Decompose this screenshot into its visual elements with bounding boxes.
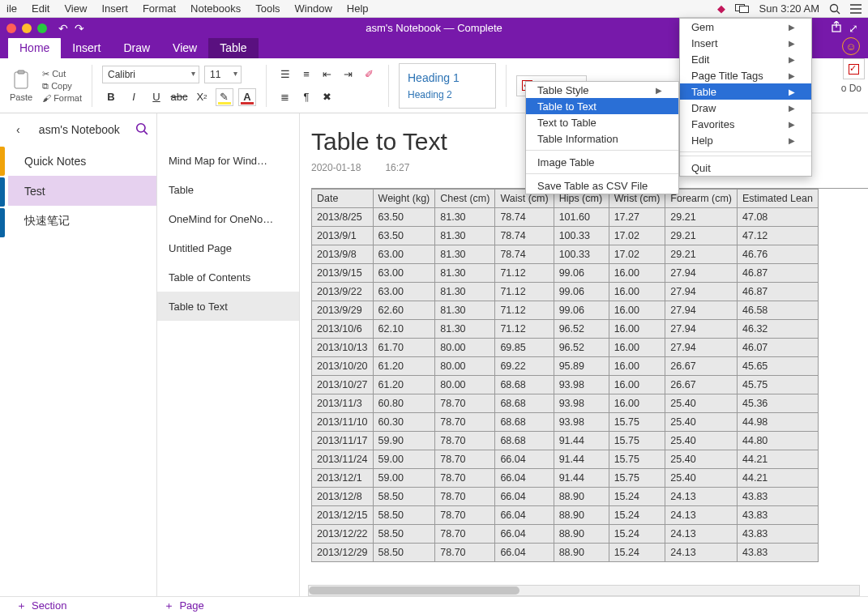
underline-button[interactable]: U <box>148 88 165 106</box>
scrollbar-thumb[interactable] <box>309 586 520 595</box>
table-cell[interactable]: 2013/9/1 <box>312 227 374 245</box>
table-cell[interactable]: 15.75 <box>609 450 665 469</box>
table-cell[interactable]: 62.10 <box>373 320 435 339</box>
menubar-item[interactable]: Notebooks <box>190 2 241 15</box>
menubar-item[interactable]: Tools <box>255 2 280 15</box>
horizontal-scrollbar[interactable] <box>308 585 860 596</box>
table-row[interactable]: 2013/9/2962.6081.3071.1299.0616.0027.944… <box>312 301 819 320</box>
table-cell[interactable]: 45.65 <box>738 357 819 376</box>
add-section-button[interactable]: ＋Section <box>16 599 66 613</box>
table-cell[interactable]: 27.94 <box>665 301 738 320</box>
indent-button[interactable]: ⇥ <box>340 66 357 83</box>
table-cell[interactable]: 78.74 <box>495 208 554 227</box>
table-cell[interactable]: 80.00 <box>435 376 495 394</box>
search-icon[interactable] <box>135 122 148 138</box>
table-cell[interactable]: 96.52 <box>554 320 609 339</box>
table-cell[interactable]: 69.85 <box>495 339 554 357</box>
menu-item[interactable]: Insert▶ <box>680 35 811 51</box>
table-cell[interactable]: 16.00 <box>609 264 665 283</box>
table-cell[interactable]: 2013/11/10 <box>312 413 374 432</box>
table-cell[interactable]: 2013/10/13 <box>312 339 374 357</box>
table-cell[interactable]: 2013/12/29 <box>312 544 374 562</box>
table-row[interactable]: 2013/10/1361.7080.0069.8596.5216.0027.94… <box>312 339 819 357</box>
window-close-button[interactable] <box>6 23 16 33</box>
table-cell[interactable]: 88.90 <box>554 544 609 562</box>
table-cell[interactable]: 61.70 <box>373 339 435 357</box>
page-item[interactable]: Table to Text <box>157 292 299 321</box>
submenu-item[interactable]: Table Information <box>526 130 678 147</box>
table-cell[interactable]: 45.75 <box>738 376 819 394</box>
italic-button[interactable]: I <box>125 88 143 106</box>
table-cell[interactable]: 25.40 <box>665 394 738 413</box>
align-button[interactable]: ≣ <box>276 88 294 106</box>
menubar-item[interactable]: Format <box>143 2 176 15</box>
table-cell[interactable]: 2013/12/8 <box>312 488 374 506</box>
table-cell[interactable]: 69.22 <box>495 357 554 376</box>
table-cell[interactable]: 15.24 <box>609 488 665 506</box>
table-cell[interactable]: 60.30 <box>373 413 435 432</box>
table-cell[interactable]: 44.21 <box>738 450 819 469</box>
table-cell[interactable]: 16.00 <box>609 283 665 301</box>
outdent-button[interactable]: ⇤ <box>319 66 336 83</box>
table-cell[interactable]: 62.60 <box>373 301 435 320</box>
styles-gallery[interactable]: Heading 1 Heading 2 <box>399 63 496 109</box>
table-cell[interactable]: 99.06 <box>554 264 609 283</box>
table-row[interactable]: 2013/11/1060.3078.7068.6893.9815.7525.40… <box>312 413 819 432</box>
table-row[interactable]: 2013/9/863.0081.3078.74100.3317.0229.214… <box>312 245 819 264</box>
table-cell[interactable]: 71.12 <box>495 283 554 301</box>
table-cell[interactable]: 58.50 <box>373 488 435 506</box>
table-cell[interactable]: 59.00 <box>373 469 435 488</box>
table-cell[interactable]: 15.24 <box>609 506 665 525</box>
table-cell[interactable]: 46.76 <box>738 245 819 264</box>
table-cell[interactable]: 2013/9/15 <box>312 264 374 283</box>
table-cell[interactable]: 2013/9/22 <box>312 283 374 301</box>
table-cell[interactable]: 29.21 <box>665 245 738 264</box>
menu-item[interactable]: Edit▶ <box>680 51 811 67</box>
table-cell[interactable]: 66.04 <box>495 450 554 469</box>
table-cell[interactable]: 47.08 <box>738 208 819 227</box>
table-cell[interactable]: 81.30 <box>435 227 495 245</box>
table-cell[interactable]: 60.80 <box>373 394 435 413</box>
table-cell[interactable]: 46.58 <box>738 301 819 320</box>
table-cell[interactable]: 15.24 <box>609 544 665 562</box>
menubar-item[interactable]: Edit <box>32 2 49 15</box>
table-cell[interactable]: 43.83 <box>738 544 819 562</box>
table-cell[interactable]: 93.98 <box>554 394 609 413</box>
table-cell[interactable]: 27.94 <box>665 320 738 339</box>
add-page-button[interactable]: ＋Page <box>164 599 203 613</box>
style-heading1[interactable]: Heading 1 <box>408 71 487 84</box>
table-cell[interactable]: 29.21 <box>665 208 738 227</box>
table-row[interactable]: 2013/10/662.1081.3071.1296.5216.0027.944… <box>312 320 819 339</box>
paste-button[interactable]: Paste <box>6 62 36 109</box>
menubar-item[interactable]: View <box>64 2 87 15</box>
table-cell[interactable]: 2013/12/22 <box>312 525 374 544</box>
table-cell[interactable]: 29.21 <box>665 227 738 245</box>
table-cell[interactable]: 24.13 <box>665 544 738 562</box>
table-cell[interactable]: 17.02 <box>609 245 665 264</box>
table-row[interactable]: 2013/10/2761.2080.0068.6893.9816.0026.67… <box>312 376 819 394</box>
table-cell[interactable]: 100.33 <box>554 245 609 264</box>
table-row[interactable]: 2013/11/1759.9078.7068.6891.4415.7525.40… <box>312 432 819 450</box>
font-size-select[interactable]: 11 <box>204 66 242 83</box>
table-cell[interactable]: 46.87 <box>738 264 819 283</box>
table-cell[interactable]: 63.50 <box>373 227 435 245</box>
table-row[interactable]: 2013/9/163.5081.3078.74100.3317.0229.214… <box>312 227 819 245</box>
table-cell[interactable]: 78.70 <box>435 506 495 525</box>
table-cell[interactable]: 2013/11/24 <box>312 450 374 469</box>
table-cell[interactable]: 99.06 <box>554 301 609 320</box>
section-item[interactable]: Quick Notes <box>8 146 156 176</box>
table-cell[interactable]: 26.67 <box>665 376 738 394</box>
table-cell[interactable]: 81.30 <box>435 264 495 283</box>
menubar-item[interactable]: Help <box>347 2 369 15</box>
bullets-button[interactable]: ☰ <box>276 66 294 83</box>
table-cell[interactable]: 16.00 <box>609 376 665 394</box>
subscript-button[interactable]: X2 <box>193 88 211 106</box>
section-item[interactable]: 快速笔记 <box>8 206 156 236</box>
table-row[interactable]: 2013/11/2459.0078.7066.0491.4415.7525.40… <box>312 450 819 469</box>
table-cell[interactable]: 17.02 <box>609 227 665 245</box>
table-cell[interactable]: 78.74 <box>495 245 554 264</box>
table-cell[interactable]: 27.94 <box>665 264 738 283</box>
table-cell[interactable]: 25.40 <box>665 432 738 450</box>
tab-view[interactable]: View <box>161 37 208 58</box>
table-row[interactable]: 2013/9/1563.0081.3071.1299.0616.0027.944… <box>312 264 819 283</box>
